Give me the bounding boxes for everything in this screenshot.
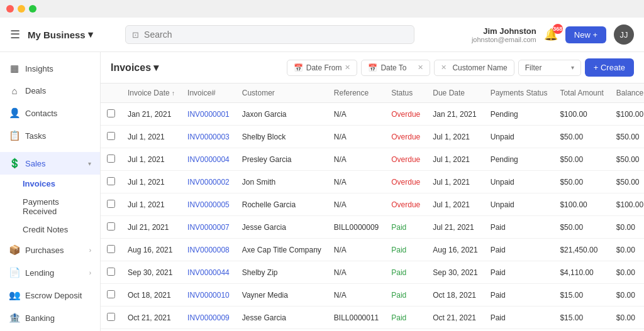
col-customer[interactable]: Customer bbox=[236, 84, 328, 103]
sidebar-item-escrow[interactable]: 👥 Escrow Deposit bbox=[0, 284, 100, 307]
table-row: Jul 1, 2021 INV0000003 Shelby Block N/A … bbox=[101, 126, 644, 148]
row-checkbox-cell[interactable] bbox=[101, 216, 121, 239]
cell-invoice-num[interactable]: INV0000011 bbox=[181, 329, 236, 332]
cell-total-amount: $15.00 bbox=[553, 307, 609, 329]
sidebar-item-contacts[interactable]: 👤 Contacts bbox=[0, 102, 100, 124]
cell-payment-status: Pending bbox=[484, 103, 554, 126]
cell-invoice-num[interactable]: INV0000009 bbox=[181, 307, 236, 329]
row-checkbox-cell[interactable] bbox=[101, 148, 121, 171]
col-reference[interactable]: Reference bbox=[328, 84, 385, 103]
cell-invoice-num[interactable]: INV0000002 bbox=[181, 171, 236, 193]
sidebar-label-sales: Sales bbox=[25, 159, 46, 168]
cell-invoice-date: Jan 21, 2021 bbox=[121, 103, 181, 126]
cell-total-amount: $21,450.00 bbox=[553, 239, 609, 261]
search-bar[interactable]: ⊡ bbox=[125, 25, 414, 44]
cell-status: Overdue bbox=[385, 103, 426, 126]
cell-reference: N/A bbox=[328, 171, 385, 193]
cell-invoice-num[interactable]: INV0000010 bbox=[181, 284, 236, 307]
sidebar-item-tasks[interactable]: 📋 Tasks bbox=[0, 124, 100, 147]
row-checkbox-cell[interactable] bbox=[101, 103, 121, 126]
col-payment-status[interactable]: Payments Status bbox=[484, 84, 554, 103]
customer-name-filter[interactable]: ✕ Customer Name bbox=[434, 60, 514, 76]
minimize-button[interactable] bbox=[18, 5, 25, 13]
row-checkbox-cell[interactable] bbox=[101, 126, 121, 148]
col-invoice-num[interactable]: Invoice# bbox=[181, 84, 236, 103]
row-checkbox-cell[interactable] bbox=[101, 329, 121, 332]
row-checkbox[interactable] bbox=[107, 155, 115, 163]
invoices-title[interactable]: Invoices ▾ bbox=[111, 62, 158, 73]
purchases-arrow-icon: › bbox=[89, 247, 91, 254]
row-checkbox-cell[interactable] bbox=[101, 193, 121, 216]
row-checkbox-cell[interactable] bbox=[101, 307, 121, 329]
search-input[interactable] bbox=[144, 30, 408, 40]
lending-arrow-icon: › bbox=[89, 269, 91, 276]
date-from-filter[interactable]: 📅 Date From ✕ bbox=[287, 60, 358, 76]
col-due-date[interactable]: Due Date bbox=[426, 84, 484, 103]
sidebar-label-contacts: Contacts bbox=[25, 109, 57, 118]
main-content: Invoices ▾ 📅 Date From ✕ 📅 Date To ✕ ✕ C… bbox=[101, 52, 644, 331]
cell-invoice-num[interactable]: INV0000001 bbox=[181, 103, 236, 126]
cell-payment-status: Paid bbox=[484, 329, 554, 332]
cell-invoice-date: Oct 25, 2021 bbox=[121, 329, 181, 332]
row-checkbox-cell[interactable] bbox=[101, 284, 121, 307]
menu-icon[interactable]: ☰ bbox=[10, 28, 20, 41]
sidebar-item-purchases[interactable]: 📦 Purchases › bbox=[0, 239, 100, 261]
invoices-title-text: Invoices bbox=[111, 62, 151, 73]
row-checkbox[interactable] bbox=[107, 222, 115, 231]
cell-total-amount: $0.50 bbox=[553, 329, 609, 332]
col-status[interactable]: Status bbox=[385, 84, 426, 103]
date-from-clear-icon[interactable]: ✕ bbox=[345, 63, 350, 72]
cell-invoice-num[interactable]: INV0000008 bbox=[181, 239, 236, 261]
new-button[interactable]: New + bbox=[565, 26, 606, 43]
notification-area[interactable]: 🔔 368 bbox=[544, 28, 558, 41]
brand[interactable]: My Business ▾ bbox=[28, 29, 93, 40]
col-balance[interactable]: Balance bbox=[610, 84, 644, 103]
cell-invoice-num[interactable]: INV0000003 bbox=[181, 126, 236, 148]
row-checkbox[interactable] bbox=[107, 313, 115, 321]
sidebar-item-banking[interactable]: 🏦 Banking bbox=[0, 307, 100, 329]
user-name: Jim Johnston bbox=[472, 26, 536, 36]
cell-invoice-num[interactable]: INV0000007 bbox=[181, 216, 236, 239]
row-checkbox-cell[interactable] bbox=[101, 171, 121, 193]
invoices-title-arrow-icon: ▾ bbox=[153, 62, 158, 73]
cell-reference: N/A bbox=[328, 239, 385, 261]
cell-invoice-num[interactable]: INV0000005 bbox=[181, 193, 236, 216]
sidebar-item-deals[interactable]: ⌂ Deals bbox=[0, 80, 100, 102]
row-checkbox[interactable] bbox=[107, 177, 115, 185]
create-button[interactable]: + Create bbox=[585, 58, 634, 77]
filter-select[interactable]: Filter ▾ bbox=[518, 60, 581, 76]
cell-total-amount: $100.00 bbox=[553, 193, 609, 216]
cell-balance: $0.00 bbox=[610, 216, 644, 239]
row-checkbox[interactable] bbox=[107, 132, 115, 140]
sidebar-item-sales[interactable]: 💲 Sales ▾ bbox=[0, 152, 100, 175]
row-checkbox[interactable] bbox=[107, 290, 115, 298]
row-checkbox-cell[interactable] bbox=[101, 261, 121, 284]
sidebar-item-payments[interactable]: Payments Received bbox=[23, 193, 100, 220]
sidebar-item-insights[interactable]: ▦ Insights bbox=[0, 57, 100, 80]
avatar[interactable]: JJ bbox=[614, 24, 634, 45]
date-to-clear-icon[interactable]: ✕ bbox=[418, 63, 423, 72]
sidebar-item-lending[interactable]: 📄 Lending › bbox=[0, 261, 100, 284]
sidebar-label-insights: Insights bbox=[25, 64, 53, 73]
row-checkbox[interactable] bbox=[107, 268, 115, 276]
maximize-button[interactable] bbox=[29, 5, 36, 13]
row-checkbox[interactable] bbox=[107, 245, 115, 253]
cell-total-amount: $50.00 bbox=[553, 216, 609, 239]
col-invoice-date[interactable]: Invoice Date ↑ bbox=[121, 84, 181, 103]
sidebar-item-credit-notes[interactable]: Credit Notes bbox=[23, 220, 100, 239]
col-total-amount[interactable]: Total Amount bbox=[553, 84, 609, 103]
row-checkbox[interactable] bbox=[107, 109, 115, 117]
date-to-filter[interactable]: 📅 Date To ✕ bbox=[361, 60, 430, 76]
cell-due-date: Sep 30, 2021 bbox=[426, 261, 484, 284]
row-checkbox-cell[interactable] bbox=[101, 239, 121, 261]
cell-invoice-num[interactable]: INV0000004 bbox=[181, 148, 236, 171]
close-button[interactable] bbox=[6, 5, 14, 13]
cell-invoice-num[interactable]: INV0000044 bbox=[181, 261, 236, 284]
cell-payment-status: Unpaid bbox=[484, 126, 554, 148]
cell-customer: Vayner Media bbox=[236, 284, 328, 307]
table-row: Oct 18, 2021 INV0000010 Vayner Media N/A… bbox=[101, 284, 644, 307]
sidebar-item-invoices[interactable]: Invoices bbox=[23, 175, 100, 193]
row-checkbox[interactable] bbox=[107, 200, 115, 208]
customer-clear-icon[interactable]: ✕ bbox=[441, 63, 447, 72]
invoices-table-wrap: Invoice Date ↑ Invoice# Customer Referen… bbox=[101, 84, 644, 331]
